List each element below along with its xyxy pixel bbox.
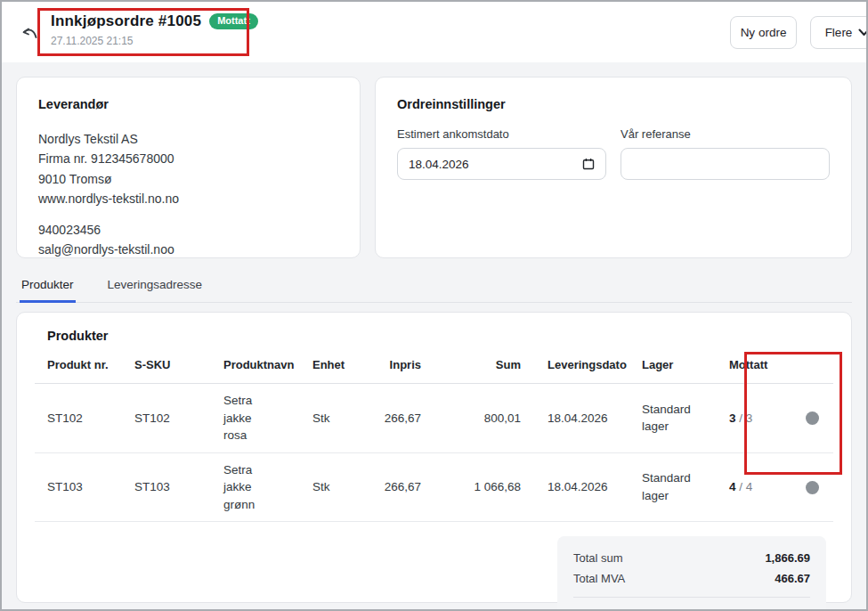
cell-product-name: Setra jakke grønn xyxy=(211,452,300,522)
products-table: Produkt nr. S-SKU Produktnavn Enhet Inpr… xyxy=(35,346,833,522)
cell-delivery-date: 18.04.2026 xyxy=(535,384,629,453)
back-arrow-icon xyxy=(20,24,41,45)
col-s-sku: S-SKU xyxy=(122,346,211,384)
table-row[interactable]: ST103 ST103 Setra jakke grønn Stk 266,67… xyxy=(35,452,833,522)
new-order-button[interactable]: Ny ordre xyxy=(730,16,797,49)
products-card: Produkter Produkt nr. S-SKU Produktnavn … xyxy=(16,312,852,603)
our-reference-field[interactable] xyxy=(632,158,818,171)
cell-s-sku: ST102 xyxy=(122,384,211,453)
col-sum: Sum xyxy=(435,346,535,384)
col-mottatt: Mottatt xyxy=(717,346,833,384)
cell-received: 3 / 3 xyxy=(729,410,824,428)
total-sum-label: Total sum xyxy=(573,551,623,565)
page-header: Innkjøpsordre #1005 Mottatt 27.11.2025 2… xyxy=(2,2,866,61)
cell-s-sku: ST103 xyxy=(122,452,211,522)
table-row[interactable]: ST102 ST102 Setra jakke rosa Stk 266,67 … xyxy=(35,384,833,453)
col-produkt-nr: Produkt nr. xyxy=(35,346,122,384)
supplier-phone: 940023456 xyxy=(38,220,338,240)
cell-product-name: Setra jakke rosa xyxy=(211,384,300,453)
col-leveringsdato: Leveringsdato xyxy=(535,346,629,384)
estimated-arrival-date-input[interactable]: 18.04.2026 xyxy=(397,148,606,180)
cell-unit: Stk xyxy=(300,452,368,522)
order-settings-title: Ordreinnstillinger xyxy=(397,97,830,111)
col-enhet: Enhet xyxy=(300,346,368,384)
total-mva-label: Total MVA xyxy=(573,572,625,585)
chevron-down-icon xyxy=(858,29,868,37)
estimated-arrival-label: Estimert ankomstdato xyxy=(397,127,606,141)
totals-divider xyxy=(573,597,810,598)
table-header-row: Produkt nr. S-SKU Produktnavn Enhet Inpr… xyxy=(35,346,833,384)
tab-produkter[interactable]: Produkter xyxy=(20,271,76,303)
supplier-email: salg@nordlys-tekstil.noo xyxy=(38,240,338,259)
total-sum-value: 1,866.69 xyxy=(765,551,810,565)
supplier-org-number: Firma nr. 912345678000 xyxy=(38,149,338,168)
calendar-icon[interactable] xyxy=(582,158,595,170)
cell-product-nr: ST103 xyxy=(35,452,122,522)
our-reference-label: Vår referanse xyxy=(621,127,830,141)
page-title: Innkjøpsordre #1005 xyxy=(51,12,201,30)
col-inpris: Inpris xyxy=(368,346,435,384)
col-produktnavn: Produktnavn xyxy=(211,346,300,384)
cell-in-price: 266,67 xyxy=(368,452,435,522)
total-mva-value: 466.67 xyxy=(775,572,810,585)
received-status-dot[interactable] xyxy=(806,411,819,425)
more-actions-button[interactable]: Flere xyxy=(810,16,868,49)
cell-warehouse: Standard lager xyxy=(629,384,717,453)
supplier-website: www.nordlys-tekstil.no.no xyxy=(38,189,338,208)
cell-in-price: 266,67 xyxy=(368,384,435,453)
back-button[interactable] xyxy=(20,24,41,45)
col-lager: Lager xyxy=(629,346,717,384)
page-content: Leverandør Nordlys Tekstil AS Firma nr. … xyxy=(2,62,866,609)
cell-warehouse: Standard lager xyxy=(629,452,717,522)
status-badge: Mottatt xyxy=(209,13,258,29)
totals-summary: Total sum 1,866.69 Total MVA 466.67 Tota… xyxy=(557,536,826,611)
our-reference-input[interactable] xyxy=(621,148,830,180)
cell-unit: Stk xyxy=(300,384,368,453)
cell-sum: 1 066,68 xyxy=(435,452,535,522)
order-settings-card: Ordreinnstillinger Estimert ankomstdato … xyxy=(375,77,852,258)
supplier-city: 9010 Tromsø xyxy=(38,169,338,189)
supplier-card-title: Leverandør xyxy=(38,97,338,111)
tab-leveringsadresse[interactable]: Leveringsadresse xyxy=(106,271,205,303)
app-window: Innkjøpsordre #1005 Mottatt 27.11.2025 2… xyxy=(0,0,868,611)
cell-delivery-date: 18.04.2026 xyxy=(535,452,629,522)
products-card-title: Produkter xyxy=(35,329,833,343)
order-timestamp: 27.11.2025 21:15 xyxy=(51,35,258,47)
received-status-dot[interactable] xyxy=(806,481,819,494)
cell-sum: 800,01 xyxy=(435,384,535,453)
supplier-name: Nordlys Tekstil AS xyxy=(38,129,338,149)
supplier-card: Leverandør Nordlys Tekstil AS Firma nr. … xyxy=(16,77,361,258)
tab-bar: Produkter Leveringsadresse xyxy=(16,271,852,303)
cell-product-nr: ST102 xyxy=(35,384,122,453)
cell-received: 4 / 4 xyxy=(729,478,824,496)
